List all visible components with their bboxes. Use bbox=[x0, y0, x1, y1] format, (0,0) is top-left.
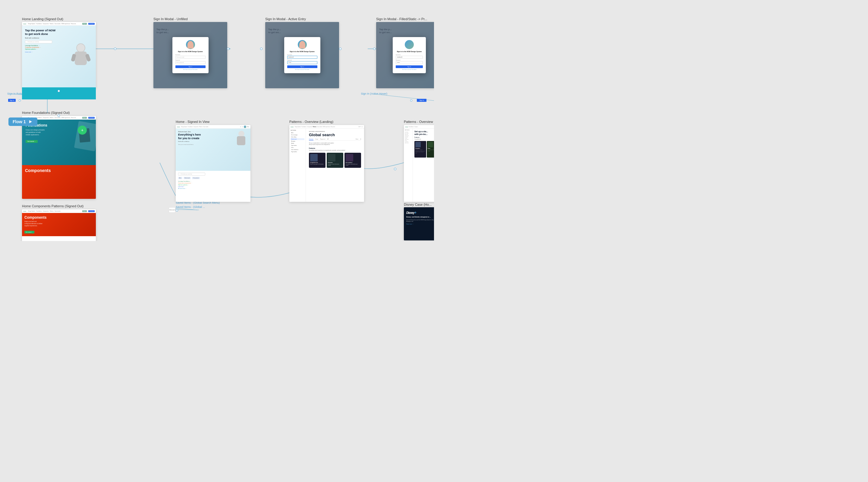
avatar-figure bbox=[187, 41, 193, 49]
disney-case-frame[interactable]: Disney+ Disney+ and Deloitte reimagined … bbox=[404, 207, 434, 240]
mini-component-frame[interactable]: Global search bbox=[169, 207, 176, 213]
hero-link-patterns[interactable]: Optimize patterns → bbox=[25, 49, 67, 50]
modal-signin-btn-unfilled[interactable]: Sign in bbox=[176, 65, 206, 68]
p2-title-1: Comprehe... bbox=[415, 148, 425, 149]
patterns2-card-1: Comprehe... Search many types of informa… bbox=[414, 141, 426, 158]
astro2-head bbox=[239, 131, 244, 137]
tab-share[interactable]: Share bbox=[355, 138, 358, 140]
sidebar-flows[interactable]: Flows bbox=[290, 147, 304, 149]
modal-title-active: Sign in to the NOW Design System bbox=[287, 51, 317, 53]
hero-link-components[interactable]: Customize components → bbox=[25, 47, 67, 48]
feature-title-comp: Comprehensive bbox=[310, 162, 324, 163]
password-input-active[interactable]: •••••••• bbox=[287, 61, 317, 64]
signin-active-btn[interactable]: Sign In bbox=[417, 99, 427, 102]
tab-bookmark[interactable]: ⊕ bbox=[360, 138, 361, 140]
nav-get-started-btn[interactable]: Get started bbox=[88, 23, 95, 25]
feature-card-personalized: Personalized Our system understands your… bbox=[344, 153, 361, 168]
username-input-filled[interactable]: JohnDoe22 bbox=[396, 56, 423, 59]
recent-item-1[interactable]: Alerts bbox=[178, 177, 182, 179]
hero-learn-more[interactable]: Learn more → bbox=[25, 51, 67, 53]
flow-play-button[interactable] bbox=[28, 119, 33, 124]
tab-overview[interactable]: Overview bbox=[309, 138, 313, 140]
hero-subtitle: Build with confidence bbox=[25, 37, 67, 39]
signed-link-3[interactable]: Optimize patterns → bbox=[178, 184, 248, 186]
modal-link-filled[interactable]: Don't have an account? Get started bbox=[396, 69, 423, 70]
sidebar-global-search[interactable]: Global search bbox=[290, 138, 304, 140]
nav-signin-btn[interactable]: Sign in bbox=[82, 23, 87, 25]
home-signed-in-frame[interactable]: now Design System Foundations Components… bbox=[176, 125, 250, 202]
home-components-frame[interactable]: now Design System Foundations Components… bbox=[22, 210, 96, 241]
mini-component-content: Global search bbox=[169, 210, 175, 211]
patterns-tabs: Overview Usage Playground API Share ⊕ bbox=[309, 138, 361, 141]
comp-nav-get-started[interactable]: Get started bbox=[88, 210, 95, 212]
sidebar-messages[interactable]: Messages bbox=[290, 140, 304, 142]
home-landing-bottom-bar bbox=[22, 87, 96, 99]
view-saved-items[interactable]: All saved items → bbox=[178, 188, 248, 189]
comp-nav-signin[interactable]: Sign in bbox=[82, 210, 87, 212]
vertical-connector-bottom bbox=[58, 115, 60, 117]
signed-link-2[interactable]: Customize components → bbox=[178, 182, 248, 184]
username-label-3: Username bbox=[396, 54, 423, 56]
connector-dot-3 bbox=[260, 47, 262, 50]
tab-playground[interactable]: Playground bbox=[320, 138, 326, 140]
signed-link-1[interactable]: Leverage foundations → bbox=[178, 181, 248, 182]
sidebar-toast[interactable]: Toast notifications bbox=[290, 149, 304, 151]
foundations-nav-signin[interactable]: Sign in bbox=[82, 117, 87, 119]
astro2-body bbox=[237, 136, 245, 145]
patterns-overview2-frame[interactable]: now Foundations Compon... PATTERNS Overv… bbox=[404, 125, 434, 202]
feature-icon-pers bbox=[346, 154, 353, 161]
sidebar-error-messages[interactable]: Error messages bbox=[290, 134, 304, 136]
modal-link-active[interactable]: Don't have an account? Get started bbox=[287, 69, 317, 70]
signed-in-hero: Welcome back, Sera. Everything's herefor… bbox=[176, 129, 250, 171]
foundations-nav-get-started[interactable]: Get started bbox=[88, 117, 95, 119]
home-foundations-frame[interactable]: now Design System Foundations Components… bbox=[22, 116, 96, 199]
recent-item-3[interactable]: Front presence bbox=[192, 177, 200, 179]
signin-active-frame[interactable]: Tap the p...to get wo... Sign in to the … bbox=[265, 22, 339, 88]
astronaut-figure bbox=[70, 42, 91, 72]
avatar-figure-2 bbox=[299, 41, 305, 49]
feature-desc-pers: Our system understands your search bbox=[346, 164, 360, 166]
signin-unfilled-frame[interactable]: Tap the p...to get wo... Sign in to the … bbox=[153, 22, 227, 88]
home-landing-nav: now Design System Foundations Components… bbox=[22, 22, 96, 26]
patterns-nav-icons: ⊞ ✎ ⟨⟩ bbox=[359, 126, 363, 127]
components-hero-section: Components Deploy pre-built andconfigure… bbox=[22, 213, 96, 236]
tab-usage[interactable]: Usage bbox=[315, 138, 318, 140]
sidebar-page-headers[interactable]: Page headers bbox=[290, 144, 304, 147]
hero-astronaut-2 bbox=[234, 130, 249, 148]
username-input-active[interactable]: JohnDoe22 bbox=[287, 56, 317, 59]
modal-signin-btn-active[interactable]: Sign in bbox=[287, 65, 317, 68]
disney-content: Disney+ Disney+ and Deloitte reimagined … bbox=[404, 207, 434, 240]
feature-card-comprehensive: Comprehensive Search many types of infor… bbox=[309, 153, 326, 168]
signed-learn-more[interactable]: Learn more → bbox=[178, 186, 248, 187]
modal-signin-btn-filled[interactable]: Sign In bbox=[396, 65, 423, 68]
signin-hover-btn[interactable]: Sign in bbox=[8, 99, 16, 102]
sidebar-inline-editing[interactable]: Inline editing bbox=[290, 136, 304, 138]
feature-cards: Comprehensive Search many types of infor… bbox=[309, 153, 361, 168]
sidebar-page-handlers[interactable]: Page handlers bbox=[290, 151, 304, 153]
flow-label[interactable]: Flow 1 bbox=[8, 118, 37, 126]
hero-search[interactable]: ⌕ Find what you need fast bbox=[25, 40, 52, 43]
sidebar-modals[interactable]: Modals bbox=[290, 142, 304, 144]
comp-btn[interactable]: Get started → bbox=[24, 231, 34, 233]
hero-link-foundations[interactable]: Leverage foundations → bbox=[25, 45, 67, 46]
recent-item-2[interactable]: Global search bbox=[184, 177, 191, 179]
components-now-logo: now bbox=[23, 210, 26, 212]
modal-link-unfilled[interactable]: Don't have an account? Get started bbox=[176, 69, 206, 70]
patterns-overview-frame[interactable]: now Design System Foundations Components… bbox=[289, 125, 364, 202]
password-input-unfilled[interactable]: Enter password bbox=[176, 61, 206, 64]
tab-api[interactable]: API bbox=[327, 138, 329, 140]
home-landing-frame[interactable]: now Design System Foundations Components… bbox=[22, 22, 96, 88]
password-input-filled[interactable]: •••••••• bbox=[396, 61, 423, 64]
p2-icon-2 bbox=[428, 142, 433, 147]
signed-in-search[interactable]: ⌕ Find what you need fast bbox=[178, 172, 205, 175]
sidebar-alerts[interactable]: Alerts bbox=[290, 132, 304, 134]
disney-read-more[interactable]: Read more → bbox=[406, 223, 434, 225]
foundations-btn[interactable]: Get started → bbox=[26, 140, 38, 143]
connector-dot-1 bbox=[114, 47, 116, 50]
username-input-unfilled[interactable]: Enter your email bbox=[176, 56, 206, 59]
nav-items: Design System Foundations Components Pat… bbox=[28, 23, 76, 24]
search-icon-2: ⌕ bbox=[180, 173, 180, 175]
feature-title-pro: Proactive bbox=[328, 162, 342, 163]
patterns-overview2-label: Patterns - Overview bbox=[404, 120, 433, 124]
signin-filled-frame[interactable]: Tap the p...to get wo... Sign in to the … bbox=[376, 22, 434, 88]
